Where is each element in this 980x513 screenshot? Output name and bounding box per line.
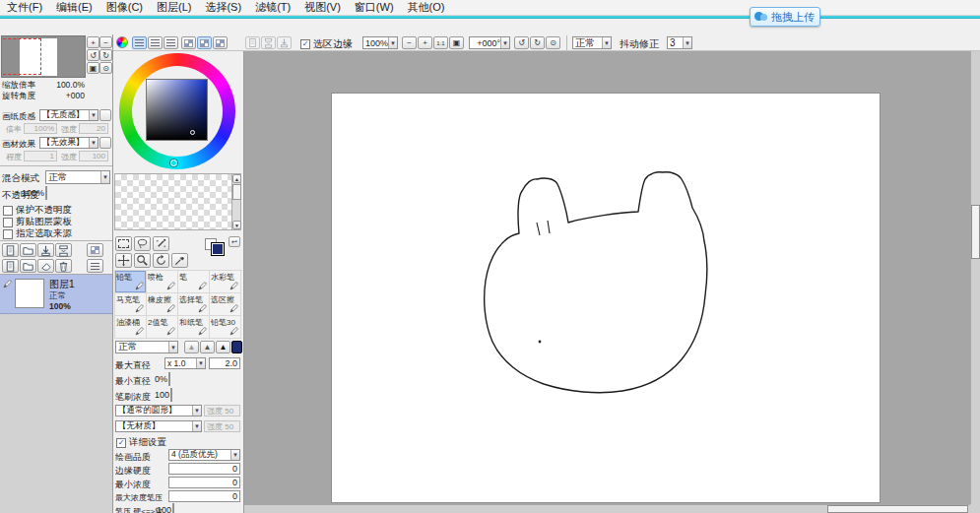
eyedropper-button[interactable]	[171, 253, 188, 268]
rotate-tool-button[interactable]	[153, 253, 169, 268]
upload-button[interactable]: 拖拽上传	[750, 7, 820, 27]
horizontal-scrollbar[interactable]	[244, 504, 970, 513]
layer-item[interactable]: 图层1 正常 100%	[0, 275, 112, 314]
rgb-slider-tab-button[interactable]	[148, 36, 163, 49]
menu-item-window[interactable]: 窗口(W)	[348, 0, 401, 16]
magic-wand-button[interactable]	[153, 236, 169, 251]
color-wheel-tab-button[interactable]	[132, 36, 147, 49]
menu-item-edit[interactable]: 编辑(E)	[49, 0, 99, 16]
copy-layer-button[interactable]	[2, 259, 19, 273]
delete-layer-button[interactable]	[55, 259, 72, 273]
selection-expand-button[interactable]	[277, 36, 292, 49]
layer-opacity-slider[interactable]: 100%	[45, 186, 47, 200]
paint-quality-select[interactable]: 4 (品质优先) ▼	[168, 449, 240, 461]
nav-rotate-cw-button[interactable]: ↻	[99, 49, 112, 61]
rotate-reset-button[interactable]: ⊙	[546, 36, 560, 49]
min-density-field[interactable]: 0	[168, 477, 240, 488]
menu-item-filter[interactable]: 滤镜(T)	[248, 0, 297, 16]
pressure-hard-soft-slider[interactable]: 100	[172, 503, 174, 513]
selection-edge-checkbox[interactable]: ✓ 选区边缘	[300, 37, 353, 51]
scroll-down-icon[interactable]: ▼	[232, 221, 241, 229]
rotate-ccw-button[interactable]: ↺	[514, 36, 529, 49]
brush-texture-select[interactable]: 【无材质】 ▼	[115, 420, 202, 432]
scratchpad-scrollbar-thumb[interactable]	[232, 184, 241, 200]
brush-shape-select[interactable]: 【通常的圆形】 ▼	[115, 405, 202, 417]
color-wheel[interactable]	[119, 53, 235, 169]
min-diameter-slider[interactable]: 0%	[168, 372, 170, 386]
menu-item-file[interactable]: 文件(F)	[0, 0, 49, 16]
rect-select-button[interactable]	[115, 236, 132, 251]
material-degree-value[interactable]: 1	[24, 151, 57, 161]
merge-down-button[interactable]	[55, 243, 72, 257]
new-layer-button[interactable]	[2, 243, 19, 257]
brush-texture-swatch[interactable]	[231, 341, 242, 353]
paper-texture-select[interactable]: 【无质感】 ▼	[39, 109, 98, 121]
edge-hardness-field[interactable]: 0	[168, 463, 240, 475]
brush-density-slider[interactable]: 100	[170, 388, 172, 402]
tool-eraser-button[interactable]: 橡皮擦	[147, 293, 178, 316]
brush-shape-strength[interactable]: 强度 50	[204, 405, 240, 417]
paste-layer-button[interactable]	[20, 259, 36, 273]
tool-airbrush-button[interactable]: 喷枪	[147, 271, 178, 293]
tool-watercolor-button[interactable]: 水彩笔	[210, 271, 241, 293]
sv-square[interactable]	[146, 79, 208, 141]
material-effect-extra-button[interactable]	[99, 137, 111, 149]
layer-blend-select[interactable]: 正常 ▼	[45, 170, 110, 184]
brush-tip-hard-button[interactable]: ▲	[216, 341, 230, 353]
tool-pencil-button[interactable]: 铅笔	[115, 271, 147, 293]
transfer-down-button[interactable]	[37, 243, 54, 257]
scratchpad[interactable]: ▲ ▼	[114, 173, 241, 230]
nav-zoom-in-button[interactable]: +	[87, 36, 99, 48]
rotate-cw-button[interactable]: ↻	[530, 36, 545, 49]
menu-item-image[interactable]: 图像(C)	[99, 0, 150, 16]
canvas-angle-select[interactable]: +000° ▼	[469, 36, 510, 49]
zoom-in-button[interactable]: +	[418, 36, 432, 49]
menu-item-others[interactable]: 其他(O)	[401, 0, 452, 16]
nav-rotate-reset-button[interactable]: ⊙	[99, 62, 112, 74]
brush-blend-select[interactable]: 正常 ▼	[115, 341, 178, 353]
brush-tip-medium-button[interactable]: ▲	[200, 341, 215, 353]
material-strength-value[interactable]: 100	[79, 151, 108, 161]
nav-zoom-out-button[interactable]: −	[99, 36, 112, 48]
max-diameter-value[interactable]: 2.0	[209, 357, 240, 369]
tool-select-pen-button[interactable]: 选择笔	[178, 293, 210, 316]
brush-texture-strength[interactable]: 强度 50	[204, 420, 240, 432]
tool-paper-brush-button[interactable]: 和纸笔	[178, 316, 210, 339]
nav-zoom-reset-button[interactable]: ▣	[87, 62, 99, 74]
new-folder-button[interactable]	[20, 243, 36, 257]
stabilizer-select[interactable]: 3 ▼	[667, 36, 692, 49]
layer-mask-button[interactable]	[87, 243, 103, 257]
tool-pencil30-button[interactable]: 铅笔30	[210, 316, 241, 339]
scratchpad-tab-button[interactable]	[197, 36, 212, 49]
tool-select-eraser-button[interactable]: 选区擦	[210, 293, 241, 316]
tool-binary-pen-button[interactable]: 2值笔	[147, 316, 178, 339]
toolbar-blend-select[interactable]: 正常 ▼	[572, 36, 612, 49]
swatches-tab-button[interactable]	[181, 36, 196, 49]
horizontal-scrollbar-thumb[interactable]	[827, 505, 968, 513]
max-density-pressure-field[interactable]: 0	[168, 490, 240, 502]
brush-tip-soft-button[interactable]: ▲	[184, 341, 199, 353]
color-swap-button[interactable]: ↩	[229, 236, 240, 247]
material-effect-select[interactable]: 【无效果】 ▼	[39, 137, 98, 149]
selection-source-checkbox[interactable]: 指定选取来源	[3, 227, 72, 240]
scroll-up-icon[interactable]: ▲	[232, 174, 241, 183]
tool-marker-button[interactable]: 马克笔	[115, 293, 147, 316]
clear-layer-button[interactable]	[37, 259, 54, 273]
move-tool-button[interactable]	[115, 253, 132, 268]
tool-brush-button[interactable]: 笔	[178, 271, 210, 293]
lasso-button[interactable]	[134, 236, 151, 251]
paper-scale-value[interactable]: 100%	[24, 123, 57, 134]
fit-window-button[interactable]: ▣	[449, 36, 464, 49]
scratchpad-scrollbar[interactable]: ▲ ▼	[231, 174, 240, 229]
max-diameter-unit-select[interactable]: x 1.0 ▼	[164, 357, 206, 369]
zoom-out-button[interactable]: −	[402, 36, 417, 49]
menu-item-layer[interactable]: 图层(L)	[150, 0, 198, 16]
vertical-scrollbar[interactable]	[970, 51, 980, 504]
layer-settings-button[interactable]	[87, 259, 103, 273]
menu-item-view[interactable]: 视图(V)	[297, 0, 348, 16]
zoom-reset-button[interactable]: 1:1	[433, 36, 448, 49]
color-mixer-tab-button[interactable]	[213, 36, 228, 49]
navigator-view-rect[interactable]	[1, 38, 41, 75]
zoom-level-select[interactable]: 100% ▼	[362, 36, 398, 49]
hsv-slider-tab-button[interactable]	[163, 36, 178, 49]
